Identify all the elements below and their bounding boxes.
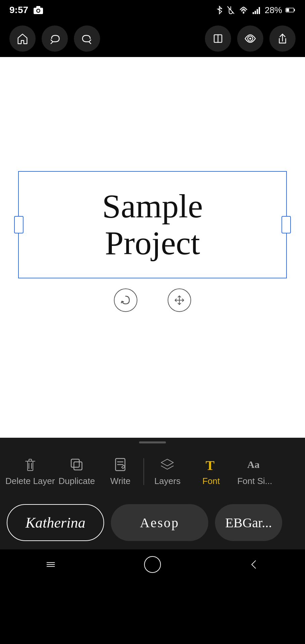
font-option-ebgaramond-label: EBGar...	[225, 515, 272, 531]
svg-text:T: T	[206, 458, 215, 473]
svg-point-16	[249, 38, 251, 40]
svg-rect-9	[259, 7, 260, 14]
split-button[interactable]	[205, 25, 231, 52]
svg-rect-3	[36, 6, 40, 8]
svg-point-5	[243, 12, 244, 14]
duplicate-icon	[69, 457, 85, 473]
svg-rect-7	[255, 11, 256, 14]
status-right: 28%	[216, 5, 296, 15]
back-icon	[248, 558, 261, 571]
rotate-icon	[120, 294, 131, 306]
selected-text-element[interactable]: Sample Project	[18, 171, 287, 278]
tool-duplicate[interactable]: Duplicate	[55, 447, 98, 496]
back-button[interactable]	[243, 553, 266, 576]
tool-font-label: Font	[202, 476, 220, 486]
recent-apps-icon	[44, 558, 57, 571]
signal-icon	[252, 5, 261, 15]
preview-button[interactable]	[237, 25, 263, 52]
font-options-row: Katherina Aesop EBGar...	[0, 496, 305, 549]
canvas-area[interactable]: Sample Project	[0, 57, 305, 438]
battery-icon	[286, 7, 296, 13]
canvas-text: Sample Project	[102, 188, 203, 262]
svg-rect-12	[294, 9, 295, 11]
svg-rect-8	[257, 9, 258, 14]
share-button[interactable]	[269, 25, 296, 52]
status-bar: 9:57	[0, 0, 305, 20]
tool-delete-layer-label: Delete Layer	[5, 476, 55, 486]
write-icon	[112, 457, 128, 473]
font-icon: T	[203, 457, 219, 473]
redo-icon	[81, 32, 93, 45]
tool-write[interactable]: Write	[98, 447, 142, 496]
undo-icon	[48, 32, 61, 45]
panel-handle	[0, 438, 305, 447]
element-controls	[18, 288, 287, 312]
tool-delete-layer[interactable]: Delete Layer	[5, 447, 55, 496]
svg-rect-22	[71, 459, 79, 467]
svg-rect-4	[41, 8, 42, 9]
home-button[interactable]	[9, 25, 36, 52]
nav-bar	[0, 549, 305, 580]
home-circle-icon	[144, 556, 161, 573]
rotate-control[interactable]	[114, 288, 137, 312]
tool-layers[interactable]: Layers	[145, 447, 189, 496]
mute-icon	[226, 5, 235, 15]
font-option-aesop-label: Aesop	[140, 515, 179, 531]
top-toolbar	[0, 20, 305, 57]
toolbar-right	[205, 25, 296, 52]
time: 9:57	[9, 5, 28, 15]
svg-rect-21	[74, 462, 82, 470]
tool-font[interactable]: T Font	[189, 447, 233, 496]
bluetooth-icon	[216, 5, 223, 15]
toolbar-divider	[143, 458, 144, 485]
toolbar-left	[9, 25, 100, 52]
tool-layers-label: Layers	[154, 476, 180, 486]
home-icon	[16, 32, 29, 45]
status-left: 9:57	[9, 5, 44, 15]
svg-point-2	[37, 10, 40, 12]
undo-button[interactable]	[42, 25, 68, 52]
move-control[interactable]	[168, 288, 191, 312]
preview-icon	[244, 32, 257, 45]
tool-duplicate-label: Duplicate	[58, 476, 95, 486]
svg-rect-6	[253, 12, 254, 14]
wifi-icon	[238, 5, 249, 15]
tool-font-size[interactable]: Aa Font Si...	[233, 447, 276, 496]
svg-text:Aa: Aa	[247, 459, 260, 470]
tool-font-size-label: Font Si...	[237, 476, 272, 486]
resize-handle-left[interactable]	[14, 216, 24, 233]
font-size-icon: Aa	[247, 457, 263, 473]
resize-handle-right[interactable]	[281, 216, 291, 233]
tool-write-label: Write	[110, 476, 130, 486]
camera-icon	[33, 5, 44, 15]
split-icon	[212, 32, 224, 45]
svg-rect-11	[287, 9, 289, 12]
move-icon	[174, 294, 185, 306]
recent-apps-button[interactable]	[39, 553, 62, 576]
panel-handle-bar	[139, 441, 166, 443]
font-option-ebgaramond[interactable]: EBGar...	[215, 504, 282, 541]
battery: 28%	[265, 5, 282, 15]
layers-icon	[159, 457, 175, 473]
font-option-aesop[interactable]: Aesop	[111, 504, 208, 541]
android-home-button[interactable]	[141, 553, 164, 576]
font-option-katherina[interactable]: Katherina	[7, 504, 104, 541]
bottom-toolbar: Delete Layer Duplicate Write Layers T	[0, 447, 305, 496]
trash-icon	[22, 457, 38, 473]
font-option-katherina-label: Katherina	[26, 514, 85, 531]
share-icon	[276, 32, 289, 45]
redo-button[interactable]	[74, 25, 100, 52]
